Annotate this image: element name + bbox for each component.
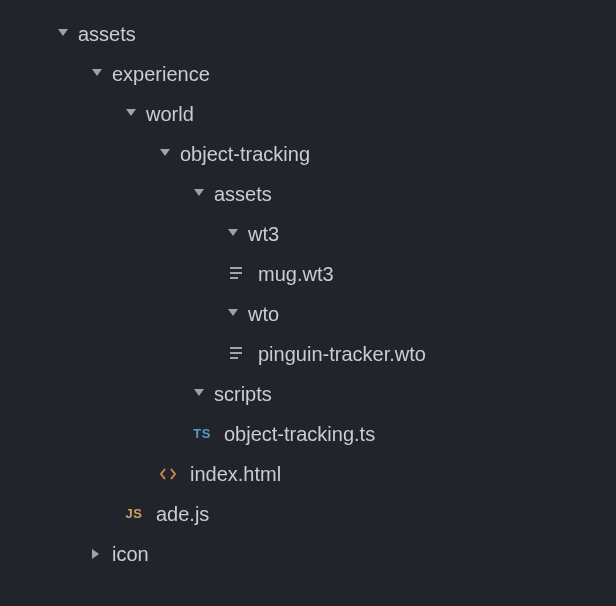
chevron-down-icon (190, 185, 208, 203)
tree-item-label: mug.wt3 (258, 254, 334, 294)
chevron-down-icon (224, 305, 242, 323)
tree-item-folder[interactable]: experience (0, 54, 616, 94)
tree-item-folder[interactable]: wt3 (0, 214, 616, 254)
tree-item-label: assets (78, 14, 136, 54)
tree-item-label: icon (112, 534, 149, 574)
tree-item-file[interactable]: index.html (0, 454, 616, 494)
tree-item-label: ade.js (156, 494, 209, 534)
chevron-down-icon (122, 105, 140, 123)
tree-item-file[interactable]: TS object-tracking.ts (0, 414, 616, 454)
tree-item-label: index.html (190, 454, 281, 494)
tree-item-folder[interactable]: assets (0, 174, 616, 214)
svg-marker-1 (92, 69, 102, 76)
svg-marker-0 (58, 29, 68, 36)
tree-item-label: object-tracking.ts (224, 414, 375, 454)
svg-marker-5 (228, 229, 238, 236)
tree-item-file[interactable]: pinguin-tracker.wto (0, 334, 616, 374)
svg-marker-14 (92, 549, 99, 559)
tree-item-folder[interactable]: assets (0, 14, 616, 54)
chevron-down-icon (190, 385, 208, 403)
chevron-right-icon (88, 545, 106, 563)
tree-item-label: experience (112, 54, 210, 94)
svg-marker-2 (126, 109, 136, 116)
html-file-icon (156, 462, 180, 486)
tree-item-file[interactable]: mug.wt3 (0, 254, 616, 294)
tree-item-label: wt3 (248, 214, 279, 254)
svg-marker-13 (194, 389, 204, 396)
tree-item-label: world (146, 94, 194, 134)
file-tree: assets experience world object-tracking … (0, 0, 616, 574)
tree-item-folder[interactable]: icon (0, 534, 616, 574)
tree-item-label: object-tracking (180, 134, 310, 174)
chevron-down-icon (224, 225, 242, 243)
text-file-icon (224, 342, 248, 366)
svg-marker-3 (160, 149, 170, 156)
tree-item-folder[interactable]: world (0, 94, 616, 134)
typescript-icon: TS (190, 422, 214, 446)
tree-item-folder[interactable]: scripts (0, 374, 616, 414)
svg-marker-4 (194, 189, 204, 196)
tree-item-label: scripts (214, 374, 272, 414)
chevron-down-icon (156, 145, 174, 163)
tree-item-folder[interactable]: object-tracking (0, 134, 616, 174)
chevron-down-icon (88, 65, 106, 83)
tree-item-label: pinguin-tracker.wto (258, 334, 426, 374)
tree-item-label: wto (248, 294, 279, 334)
chevron-down-icon (54, 25, 72, 43)
text-file-icon (224, 262, 248, 286)
svg-marker-9 (228, 309, 238, 316)
tree-item-file[interactable]: JS ade.js (0, 494, 616, 534)
javascript-icon: JS (122, 502, 146, 526)
tree-item-folder[interactable]: wto (0, 294, 616, 334)
tree-item-label: assets (214, 174, 272, 214)
